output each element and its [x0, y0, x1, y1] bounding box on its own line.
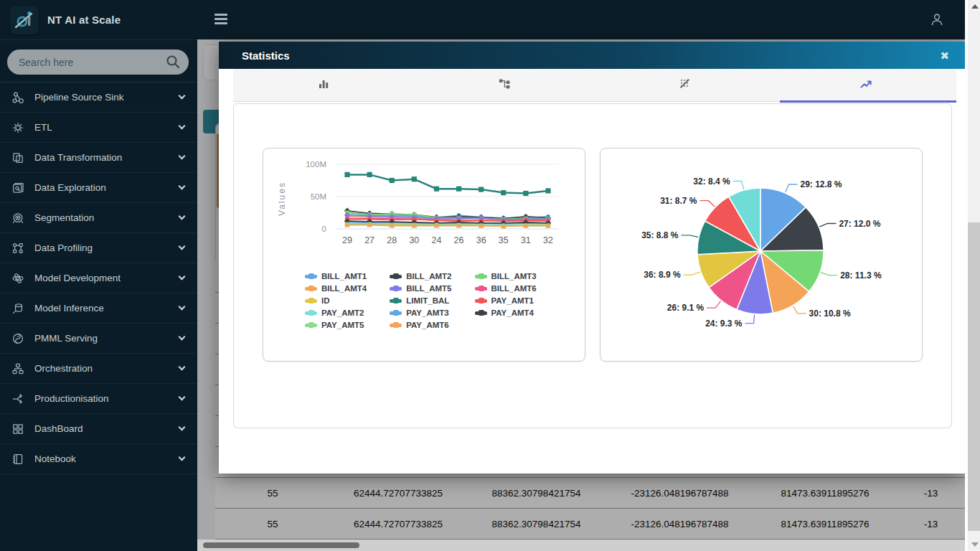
legend-marker — [305, 299, 317, 303]
legend-item-pay_amt4[interactable]: PAY_AMT4 — [475, 309, 537, 317]
modal-tabs — [233, 69, 956, 102]
chevron-down-icon[interactable] — [179, 424, 186, 431]
scatter-icon — [678, 77, 692, 94]
horizontal-scrollbar[interactable] — [197, 540, 965, 551]
tab-hierarchy-tab[interactable] — [414, 69, 595, 101]
svg-text:100M: 100M — [306, 160, 326, 169]
legend-marker — [390, 287, 402, 291]
legend-item-bill_amt4[interactable]: BILL_AMT4 — [305, 284, 367, 293]
sidebar-item-data-profiling[interactable]: Data Profiling — [0, 233, 197, 263]
svg-text:Values: Values — [277, 182, 287, 216]
sidebar-item-orchestration[interactable]: Orchestration — [0, 354, 197, 384]
sidebar-item-etl[interactable]: ETL — [0, 113, 197, 143]
chevron-down-icon[interactable] — [179, 213, 186, 220]
ai-logo[interactable] — [10, 6, 39, 34]
sidebar-item-label: ETL — [34, 122, 179, 133]
dashboard-icon — [11, 423, 26, 435]
sidebar-item-label: Notebook — [34, 453, 179, 464]
pmml-icon — [11, 332, 26, 345]
sidebar-item-label: Segmentation — [34, 212, 179, 223]
user-icon[interactable] — [929, 11, 945, 30]
chevron-down-icon[interactable] — [179, 394, 186, 401]
search-input[interactable] — [7, 50, 189, 75]
legend-item-bill_amt5[interactable]: BILL_AMT5 — [390, 284, 451, 293]
sidebar-item-notebook[interactable]: Notebook — [0, 444, 197, 474]
legend-label: BILL_AMT2 — [406, 272, 451, 281]
sidebar-item-dashboard[interactable]: DashBoard — [0, 414, 197, 444]
chevron-down-icon[interactable] — [179, 183, 186, 190]
legend-item-limit_bal[interactable]: LIMIT_BAL — [390, 296, 451, 305]
tab-bar-chart-tab[interactable] — [233, 69, 414, 101]
brand-title: NT AI at Scale — [47, 14, 121, 26]
bar-chart-icon — [316, 77, 331, 94]
gear-icon — [11, 121, 26, 134]
modal-header: Statistics ✖ — [219, 42, 965, 69]
legend-marker — [475, 275, 487, 278]
pie-chart[interactable]: 29: 12.8 %27: 12.0 %28: 11.3 %30: 10.8 %… — [600, 149, 920, 359]
charts-panel: 050M100MValues29272830242636353132 BILL_… — [233, 103, 952, 428]
legend-item-pay_amt1[interactable]: PAY_AMT1 — [475, 296, 537, 305]
legend-marker — [390, 324, 402, 327]
sidebar-header: NT AI at Scale — [0, 0, 197, 40]
profiling-icon — [11, 242, 26, 255]
vertical-scrollbar[interactable] — [965, 0, 980, 551]
legend-item-bill_amt2[interactable]: BILL_AMT2 — [390, 272, 451, 281]
sidebar-item-pipeline-source-sink[interactable]: Pipeline Source Sink — [0, 83, 197, 113]
svg-text:30: 30 — [409, 235, 419, 245]
pie-label: 31: 8.7 % — [660, 196, 697, 206]
horizontal-scrollbar-thumb[interactable] — [203, 542, 359, 548]
legend-item-pay_amt2[interactable]: PAY_AMT2 — [305, 309, 367, 317]
chevron-down-icon[interactable] — [179, 273, 186, 281]
pie-label: 27: 12.0 % — [839, 219, 880, 229]
chevron-down-icon[interactable] — [179, 454, 186, 461]
pie-label: 32: 8.4 % — [693, 176, 730, 187]
chevron-down-icon[interactable] — [179, 303, 186, 311]
sidebar-item-model-development[interactable]: Model Development — [0, 263, 197, 293]
legend-item-bill_amt3[interactable]: BILL_AMT3 — [475, 272, 537, 281]
sidebar-item-data-exploration[interactable]: Data Exploration — [0, 173, 197, 203]
chevron-down-icon[interactable] — [179, 334, 186, 341]
chevron-down-icon[interactable] — [179, 93, 186, 100]
model-dev-icon — [11, 272, 26, 285]
search-icon[interactable] — [165, 54, 181, 72]
legend-marker — [475, 287, 487, 291]
sidebar-item-pmml-serving[interactable]: PMML Serving — [0, 324, 197, 354]
sidebar-item-label: Productionisation — [34, 393, 179, 404]
pie-label: 24: 9.3 % — [705, 319, 743, 329]
sidebar-item-label: Orchestration — [34, 363, 179, 374]
sidebar-item-productionisation[interactable]: Productionisation — [0, 384, 197, 414]
legend-item-id[interactable]: ID — [305, 296, 367, 305]
legend-label: BILL_AMT4 — [321, 284, 367, 293]
line-chart-legend: BILL_AMT1BILL_AMT2BILL_AMT3BILL_AMT4BILL… — [305, 272, 585, 329]
svg-text:50M: 50M — [311, 192, 326, 201]
legend-item-pay_amt6[interactable]: PAY_AMT6 — [390, 321, 451, 329]
chevron-down-icon[interactable] — [179, 243, 186, 250]
scroll-down-arrow-icon[interactable] — [971, 542, 979, 547]
vertical-scrollbar-thumb[interactable] — [968, 222, 980, 531]
legend-item-bill_amt6[interactable]: BILL_AMT6 — [475, 284, 537, 293]
scroll-up-arrow-icon[interactable] — [971, 4, 979, 9]
orchestration-icon — [11, 362, 26, 375]
hamburger-icon[interactable] — [215, 14, 227, 27]
sidebar-item-label: PMML Serving — [34, 333, 179, 344]
sidebar-item-segmentation[interactable]: Segmentation — [0, 203, 197, 233]
chevron-down-icon[interactable] — [179, 153, 186, 160]
legend-label: PAY_AMT1 — [491, 296, 534, 305]
exploration-icon — [11, 182, 26, 194]
sidebar-item-model-inference[interactable]: Model Inference — [0, 293, 197, 324]
tab-line-chart-tab[interactable] — [776, 69, 956, 101]
tab-scatter-tab[interactable] — [595, 69, 776, 101]
pie-label: 29: 12.8 % — [801, 179, 842, 189]
line-chart-card: 050M100MValues29272830242636353132 BILL_… — [263, 148, 585, 362]
productionisation-icon — [11, 392, 26, 405]
chevron-down-icon[interactable] — [179, 123, 186, 130]
close-icon[interactable]: ✖ — [940, 50, 949, 61]
line-chart[interactable]: 050M100MValues29272830242636353132 — [263, 149, 583, 266]
legend-item-pay_amt3[interactable]: PAY_AMT3 — [390, 309, 451, 317]
svg-text:0: 0 — [322, 225, 326, 233]
sidebar-item-data-transformation[interactable]: Data Transformation — [0, 143, 197, 173]
legend-label: BILL_AMT3 — [491, 272, 537, 281]
legend-item-bill_amt1[interactable]: BILL_AMT1 — [305, 272, 367, 281]
chevron-down-icon[interactable] — [179, 364, 186, 371]
legend-item-pay_amt5[interactable]: PAY_AMT5 — [305, 321, 367, 329]
